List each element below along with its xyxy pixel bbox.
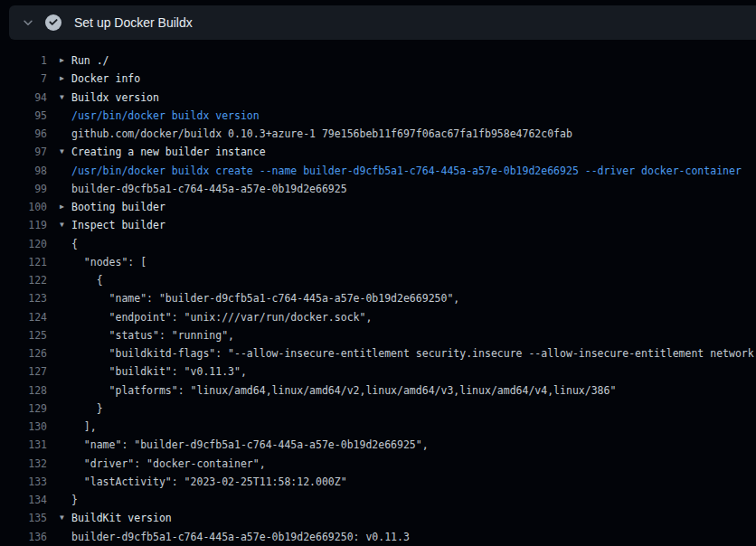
arrow-spacer [60,289,71,307]
line-number: 100 [0,198,47,216]
line-number: 95 [0,107,47,125]
log-text: Creating a new builder instance [71,143,266,161]
chevron-down-icon[interactable]: ▼ [60,216,71,234]
log-group-row[interactable]: 1▶Run ./ [0,52,756,70]
log-text: /usr/bin/docker buildx version [71,107,260,125]
log-line: 126 "buildkitd-flags": "--allow-insecure… [0,344,756,362]
line-number: 97 [0,143,47,161]
chevron-down-icon[interactable]: ▼ [60,509,71,527]
log-text: ], [71,418,97,436]
line-number: 98 [0,162,47,180]
log-line: 132 "driver": "docker-container", [0,455,756,473]
chevron-right-icon[interactable]: ▶ [60,198,71,216]
arrow-spacer [60,400,71,418]
line-number: 135 [0,509,47,527]
line-number: 119 [0,216,47,234]
log-line: 124 "endpoint": "unix:///var/run/docker.… [0,308,756,326]
log-text: builder-d9cfb5a1-c764-445a-a57e-0b19d2e6… [71,528,410,546]
line-number: 133 [0,473,47,491]
log-line: 99builder-d9cfb5a1-c764-445a-a57e-0b19d2… [0,180,756,198]
arrow-spacer [60,381,71,400]
log-text: "name": "builder-d9cfb5a1-c764-445a-a57e… [71,289,459,307]
log-text: "endpoint": "unix:///var/run/docker.sock… [71,308,372,326]
log-lines: 1▶Run ./7▶Docker info94▼Buildx version95… [0,40,756,546]
log-text: "platforms": "linux/amd64,linux/amd64/v2… [71,381,616,400]
line-number: 129 [0,400,47,418]
arrow-spacer [60,362,71,381]
log-text: "lastActivity": "2023-02-25T11:58:12.000… [71,473,347,491]
arrow-spacer [60,326,71,344]
log-text: } [71,491,78,509]
arrow-spacer [60,253,71,271]
log-line: 96github.com/docker/buildx 0.10.3+azure-… [0,125,756,143]
chevron-right-icon[interactable]: ▶ [60,52,71,70]
log-line: 95/usr/bin/docker buildx version [0,107,756,125]
line-number: 7 [0,70,47,88]
log-text: "buildkitd-flags": "--allow-insecure-ent… [71,344,756,362]
log-line: 134} [0,491,756,509]
arrow-spacer [60,491,71,509]
chevron-right-icon[interactable]: ▶ [60,70,71,88]
line-number: 1 [0,52,47,70]
arrow-spacer [60,271,71,289]
chevron-down-icon [22,16,34,29]
log-line: 128 "platforms": "linux/amd64,linux/amd6… [0,381,756,400]
line-number: 132 [0,455,47,473]
line-number: 120 [0,235,47,253]
line-number: 127 [0,362,47,381]
log-line: 121 "nodes": [ [0,253,756,271]
arrow-spacer [60,162,71,180]
line-number: 136 [0,528,47,546]
line-number: 99 [0,180,47,198]
log-line: 130 ], [0,418,756,436]
line-number: 96 [0,125,47,143]
log-line: 131 "name": "builder-d9cfb5a1-c764-445a-… [0,436,756,454]
arrow-spacer [60,125,71,143]
log-line: 127 "buildkit": "v0.11.3", [0,362,756,381]
log-text: Docker info [71,70,140,88]
check-circle-icon [45,14,61,31]
step-title: Set up Docker Buildx [74,15,193,30]
log-text: github.com/docker/buildx 0.10.3+azure-1 … [71,125,572,143]
log-line: 123 "name": "builder-d9cfb5a1-c764-445a-… [0,289,756,307]
log-text: BuildKit version [71,509,172,527]
line-number: 131 [0,436,47,454]
log-line: 133 "lastActivity": "2023-02-25T11:58:12… [0,473,756,491]
arrow-spacer [60,528,71,546]
log-text: { [71,235,78,253]
arrow-spacer [60,107,71,125]
arrow-spacer [60,180,71,198]
arrow-spacer [60,235,71,253]
log-group-row[interactable]: 135▼BuildKit version [0,509,756,527]
log-line: 129 } [0,400,756,418]
line-number: 125 [0,326,47,344]
log-text: /usr/bin/docker buildx create --name bui… [71,162,742,180]
log-text: "nodes": [ [71,253,146,271]
line-number: 121 [0,253,47,271]
arrow-spacer [60,473,71,491]
log-text: "driver": "docker-container", [71,455,266,473]
arrow-spacer [60,344,71,362]
log-text: } [71,400,103,418]
line-number: 130 [0,418,47,436]
log-group-row[interactable]: 7▶Docker info [0,70,756,88]
log-text: Run ./ [71,52,109,70]
log-line: 120{ [0,235,756,253]
log-text: "name": "builder-d9cfb5a1-c764-445a-a57e… [71,436,429,454]
line-number: 123 [0,289,47,307]
log-group-row[interactable]: 119▼Inspect builder [0,216,756,234]
line-number: 128 [0,381,47,400]
chevron-down-icon[interactable]: ▼ [60,89,71,107]
arrow-spacer [60,455,71,473]
log-group-row[interactable]: 100▶Booting builder [0,198,756,216]
log-line: 125 "status": "running", [0,326,756,344]
log-text: builder-d9cfb5a1-c764-445a-a57e-0b19d2e6… [71,180,347,198]
arrow-spacer [60,308,71,326]
log-group-row[interactable]: 97▼Creating a new builder instance [0,143,756,161]
step-header[interactable]: Set up Docker Buildx [9,5,756,40]
log-group-row[interactable]: 94▼Buildx version [0,89,756,107]
collapse-step-button[interactable] [18,13,38,33]
log-text: { [71,271,103,289]
log-line: 136builder-d9cfb5a1-c764-445a-a57e-0b19d… [0,528,756,546]
chevron-down-icon[interactable]: ▼ [60,143,71,161]
